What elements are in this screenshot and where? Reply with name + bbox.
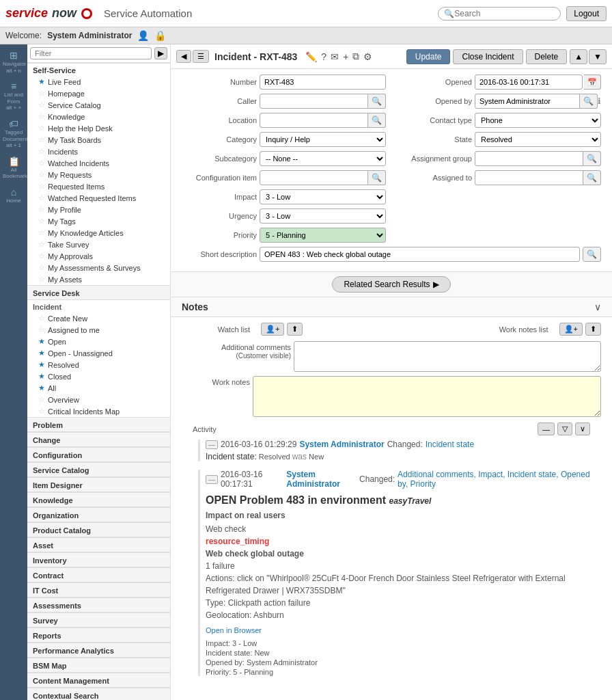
work-notes-list-add-button[interactable]: 👤+ [559, 323, 583, 336]
sidebar-item-open[interactable]: ★ Open [27, 336, 170, 347]
settings-icon[interactable]: ⚙ [363, 51, 372, 62]
impact-select[interactable]: 3 - Low [260, 189, 386, 204]
delete-button[interactable]: Delete [526, 49, 568, 64]
sidebar-item-watched-incidents[interactable]: ☆ Watched Incidents [27, 157, 170, 169]
close-incident-button[interactable]: Close Incident [453, 49, 523, 64]
menu-button[interactable]: ☰ [193, 50, 209, 63]
activity-collapse-button[interactable]: — [538, 422, 555, 435]
sidebar-group-assessments[interactable]: Assessments [27, 597, 170, 612]
sidebar-group-contract[interactable]: Contract [27, 567, 170, 582]
sidebar-item-incidents[interactable]: ☆ Incidents [27, 146, 170, 157]
sidebar-item-help[interactable]: ☆ Help the Help Desk [27, 122, 170, 134]
email-icon[interactable]: ✉ [331, 51, 339, 62]
search-input[interactable] [454, 9, 550, 18]
work-notes-list-upload-button[interactable]: ⬆ [585, 323, 601, 336]
activity-filter-button[interactable]: ▽ [557, 422, 572, 435]
sidebar-item-knowledge[interactable]: ☆ Knowledge [27, 111, 170, 122]
sidebar-item-watched-requested[interactable]: ☆ Watched Requested Items [27, 192, 170, 204]
pencil-icon[interactable]: ✏️ [305, 51, 317, 62]
sidebar-item-homepage[interactable]: ☆ Homepage [27, 88, 170, 99]
sidebar-item-knowledge-articles[interactable]: ☆ My Knowledge Articles [27, 227, 170, 239]
sidebar-item-assigned-to-me[interactable]: ☆ Assigned to me [27, 324, 170, 336]
sidebar-group-product-catalog[interactable]: Product Catalog [27, 522, 170, 537]
assigned-to-search-icon[interactable]: 🔍 [583, 170, 601, 185]
plus-icon[interactable]: + [343, 51, 348, 62]
sidebar-item-assessments[interactable]: ☆ My Assessments & Surveys [27, 262, 170, 273]
nav-icon-navigator[interactable]: ⊞ Navigatoralt + n [1, 47, 26, 77]
prev-record-button[interactable]: ▲ [570, 49, 587, 64]
open-in-browser-link[interactable]: Open in Browser [206, 626, 262, 634]
related-search-button[interactable]: Related Search Results ▶ [332, 276, 450, 293]
watch-list-upload-button[interactable]: ⬆ [287, 323, 303, 336]
info-icon[interactable]: ℹ [598, 96, 601, 106]
sidebar-item-requested-items[interactable]: ☆ Requested Items [27, 180, 170, 192]
sidebar-group-contextual-search[interactable]: Contextual Search [27, 688, 170, 700]
priority-select[interactable]: 5 - Planning [260, 228, 386, 243]
nav-icon-tagged-docs[interactable]: 🏷 TaggedDocumentsalt + 1 [1, 116, 26, 152]
sidebar-group-reports[interactable]: Reports [27, 628, 170, 643]
work-notes-textarea[interactable] [253, 376, 601, 417]
search-box[interactable]: 🔍 [438, 7, 561, 21]
sidebar-filter-input[interactable] [30, 47, 152, 59]
location-input[interactable] [260, 113, 368, 128]
sidebar-group-change[interactable]: Change [27, 432, 170, 447]
opened-input[interactable] [475, 75, 583, 90]
sidebar-item-overview[interactable]: ☆ Overview [27, 394, 170, 405]
nav-icon-home[interactable]: ⌂ Home [1, 184, 26, 207]
assignment-group-input[interactable] [475, 151, 583, 166]
category-select[interactable]: Inquiry / Help [260, 132, 386, 147]
nav-icon-list-form[interactable]: ≡ List and Formalt + + [1, 78, 26, 114]
contact-type-select[interactable]: Phone [475, 113, 601, 128]
sidebar-item-open-unassigned[interactable]: ★ Open - Unassigned [27, 347, 170, 359]
assignment-group-search-icon[interactable]: 🔍 [583, 151, 601, 166]
sidebar-group-service-desk[interactable]: Service Desk [27, 285, 170, 300]
sidebar-group-item-designer[interactable]: Item Designer [27, 477, 170, 492]
update-button[interactable]: Update [406, 49, 451, 64]
copy-icon[interactable]: ⧉ [352, 51, 359, 62]
sidebar-item-service-catalog[interactable]: ☆ Service Catalog [27, 99, 170, 111]
next-record-button[interactable]: ▼ [589, 49, 607, 64]
sidebar-group-inventory[interactable]: Inventory [27, 552, 170, 567]
sidebar-item-my-profile[interactable]: ☆ My Profile [27, 204, 170, 215]
sidebar-item-take-survey[interactable]: ☆ Take Survey [27, 239, 170, 250]
opened-by-search-icon[interactable]: 🔍 [580, 94, 598, 109]
watch-list-add-button[interactable]: 👤+ [261, 323, 284, 336]
sidebar-item-my-approvals[interactable]: ☆ My Approvals [27, 250, 170, 262]
additional-comments-textarea[interactable] [294, 341, 601, 372]
nav-icon-bookmarks[interactable]: 📋 All Bookmarks [1, 153, 26, 183]
config-item-input[interactable] [260, 170, 368, 185]
sidebar-item-my-requests[interactable]: ☆ My Requests [27, 169, 170, 180]
sidebar-group-configuration[interactable]: Configuration [27, 447, 170, 462]
sidebar-item-my-tags[interactable]: ☆ My Tags [27, 215, 170, 227]
logout-button[interactable]: Logout [566, 6, 607, 21]
sidebar-group-it-cost[interactable]: IT Cost [27, 582, 170, 597]
sidebar-group-asset[interactable]: Asset [27, 537, 170, 552]
sidebar-group-bsm-map[interactable]: BSM Map [27, 658, 170, 673]
notes-collapse-icon[interactable]: ∨ [594, 301, 601, 312]
caller-search-icon[interactable]: 🔍 [368, 94, 386, 109]
state-select[interactable]: Resolved [475, 132, 601, 147]
sidebar-group-organization[interactable]: Organization [27, 507, 170, 522]
sidebar-item-all[interactable]: ★ All [27, 382, 170, 394]
sidebar-item-critical-map[interactable]: ☆ Critical Incidents Map [27, 405, 170, 417]
sidebar-item-my-assets[interactable]: ☆ My Assets [27, 273, 170, 285]
caller-input[interactable] [260, 94, 368, 109]
sidebar-group-problem[interactable]: Problem [27, 417, 170, 432]
opened-by-input[interactable] [475, 94, 580, 109]
short-desc-input[interactable] [260, 247, 580, 262]
sidebar-item-resolved[interactable]: ★ Resolved [27, 359, 170, 371]
short-desc-icon[interactable]: 🔍 [583, 247, 601, 262]
calendar-icon[interactable]: 📅 [584, 75, 601, 90]
question-icon[interactable]: ? [321, 51, 326, 62]
back-button[interactable]: ◀ [176, 50, 191, 63]
sidebar-item-live-feed[interactable]: ★ Live Feed [27, 76, 170, 88]
activity-toggle-2[interactable]: — [206, 475, 218, 484]
sidebar-search-button[interactable]: ▶ [154, 47, 167, 59]
activity-toggle-1[interactable]: — [206, 440, 218, 449]
sidebar-item-task-boards[interactable]: ☆ My Task Boards [27, 134, 170, 146]
number-input[interactable] [260, 75, 386, 90]
sidebar-group-content-management[interactable]: Content Management [27, 673, 170, 688]
subcategory-select[interactable]: -- None -- [260, 151, 386, 166]
sidebar-item-closed[interactable]: ★ Closed [27, 371, 170, 382]
sidebar-item-create-new[interactable]: ☆ Create New [27, 312, 170, 324]
